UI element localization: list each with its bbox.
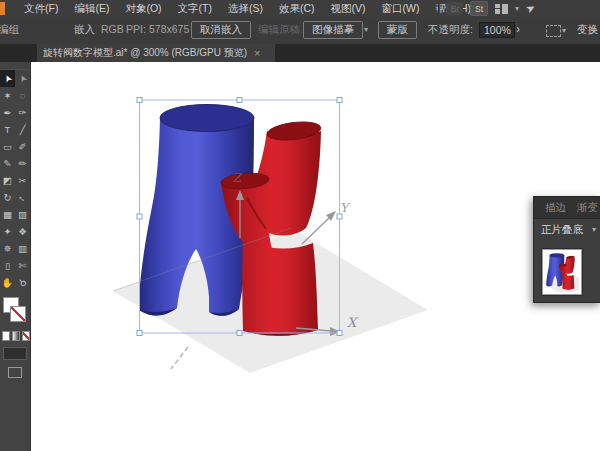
edit-original-button[interactable]: 编辑原稿 [258, 23, 300, 37]
image-trace-button[interactable]: 图像描摹 [303, 21, 363, 39]
transform-label[interactable]: 变换 [577, 23, 598, 37]
gradient-button[interactable] [12, 331, 20, 341]
pencil-tool[interactable]: ✎ [0, 155, 15, 172]
unembed-button[interactable]: 取消嵌入 [191, 21, 251, 39]
menu-window[interactable]: 窗口(W) [374, 2, 428, 16]
ppi-value: 578x675 [149, 23, 189, 35]
tools-panel: ➤ ➤ ✶ ◌ ✒ ✑ T ╱ ▭ ✐ ✎ ✏ ◩ ✂ ↻ ↔ [0, 62, 31, 451]
tab-stroke[interactable]: 描边 [545, 201, 566, 215]
select-similar-icon[interactable] [546, 25, 561, 37]
eraser-tool[interactable]: ◩ [0, 172, 15, 189]
artboard[interactable] [30, 62, 600, 451]
object-thumbnail[interactable] [542, 249, 582, 295]
menu-effect[interactable]: 效果(C) [271, 2, 323, 16]
scale-tool[interactable]: ↔ [15, 189, 30, 206]
color-mode-label: RGB [101, 23, 124, 35]
workspace-switcher-icon[interactable] [495, 4, 508, 14]
mesh-tool[interactable]: ▦ [0, 206, 15, 223]
magic-wand-tool[interactable]: ✶ [0, 87, 15, 104]
select-similar-chevron-icon[interactable]: ▾ [562, 27, 566, 35]
opacity-chevron-icon[interactable]: › [516, 22, 520, 36]
stock-icon[interactable]: St [470, 1, 488, 16]
color-button[interactable] [2, 331, 10, 341]
slice-tool[interactable]: ✄ [15, 257, 30, 274]
symbol-sprayer-tool[interactable]: ✵ [0, 240, 15, 257]
mask-button[interactable]: 蒙版 [378, 21, 417, 39]
blend-tool[interactable]: ✦ [0, 223, 15, 240]
pen-tool[interactable]: ✒ [0, 104, 15, 121]
menus: 文件(F)编辑(E)对象(O)文字(T)选择(S)效果(C)视图(V)窗口(W)… [16, 2, 479, 16]
document-tab-bar: 旋转阀数字模型.ai* @ 300% (RGB/GPU 预览) × [0, 44, 600, 62]
tab-gradient[interactable]: 渐变 [577, 201, 598, 215]
thumbnail-preview [543, 250, 579, 292]
none-button[interactable] [22, 331, 30, 341]
paintbrush-tool[interactable]: ✐ [15, 138, 30, 155]
control-bar: 编组 嵌入 RGB PPI: 578x675 取消嵌入 编辑原稿 图像描摹 ▾ … [0, 17, 600, 45]
draw-mode-button[interactable] [3, 347, 27, 360]
menu-file[interactable]: 文件(F) [16, 2, 66, 16]
type-tool[interactable]: T [0, 121, 15, 138]
rotate-tool[interactable]: ↻ [0, 189, 15, 206]
artboard-tool[interactable]: ▯ [0, 257, 15, 274]
document-title: 旋转阀数字模型.ai* @ 300% (RGB/GPU 预览) [43, 46, 247, 60]
ppi-label: PPI: [126, 23, 146, 35]
image-trace-chevron-icon[interactable]: ▾ [364, 26, 368, 34]
menu-object[interactable]: 对象(O) [117, 2, 169, 16]
blend-mode-dropdown[interactable]: 正片叠底 ▾ [534, 219, 600, 241]
menu-edit[interactable]: 编辑(E) [66, 2, 117, 16]
bridge-icon[interactable]: Br [447, 2, 463, 15]
tool-grid: ➤ ➤ ✶ ◌ ✒ ✑ T ╱ ▭ ✐ ✎ ✏ ◩ ✂ ↻ ↔ [0, 70, 30, 291]
zoom-tool[interactable]: ⚲ [15, 274, 30, 291]
selection-type-label: 编组 [0, 23, 19, 37]
chevron-down-icon: ▾ [592, 226, 596, 234]
chevron-down-icon[interactable]: ▾ [515, 5, 519, 13]
fill-stroke-indicator[interactable] [0, 297, 30, 329]
curvature-tool[interactable]: ✑ [15, 104, 30, 121]
opacity-value-field[interactable]: 100% [479, 22, 515, 38]
embed-status-label: 嵌入 [74, 23, 95, 37]
menu-type[interactable]: 文字(T) [170, 2, 220, 16]
direct-selection-tool[interactable]: ➤ [15, 70, 30, 87]
shape-builder-tool[interactable]: ❖ [15, 223, 30, 240]
lasso-tool[interactable]: ◌ [15, 87, 30, 104]
close-icon[interactable]: × [254, 47, 260, 59]
line-segment-tool[interactable]: ╱ [15, 121, 30, 138]
menu-bar: 文件(F)编辑(E)对象(O)文字(T)选择(S)效果(C)视图(V)窗口(W)… [0, 0, 600, 17]
stroke-swatch-none[interactable] [10, 306, 26, 322]
hand-tool[interactable]: ✋ [0, 274, 15, 291]
shaper-tool[interactable]: ✏ [15, 155, 30, 172]
gradient-tool[interactable]: ▧ [15, 206, 30, 223]
scissors-tool[interactable]: ✂ [15, 172, 30, 189]
opacity-label: 不透明度: [428, 23, 473, 37]
blend-mode-value: 正片叠底 [541, 223, 583, 237]
panel-tab-strip: 描边 渐变 [534, 197, 600, 219]
screen-mode-button[interactable] [8, 367, 22, 378]
menu-select[interactable]: 选择(S) [220, 2, 271, 16]
document-tab[interactable]: 旋转阀数字模型.ai* @ 300% (RGB/GPU 预览) × [37, 44, 275, 62]
divider [438, 3, 440, 15]
graph-tool[interactable]: ▥ [15, 240, 30, 257]
transparency-panel: 描边 渐变 正片叠底 ▾ [533, 196, 600, 303]
menu-view[interactable]: 视图(V) [323, 2, 374, 16]
app-logo-icon[interactable] [0, 2, 5, 15]
rectangle-tool[interactable]: ▭ [0, 138, 15, 155]
tools-panel-grip[interactable] [0, 62, 30, 70]
selection-tool[interactable]: ➤ [0, 70, 15, 87]
share-icon[interactable]: ➤ [524, 1, 538, 17]
